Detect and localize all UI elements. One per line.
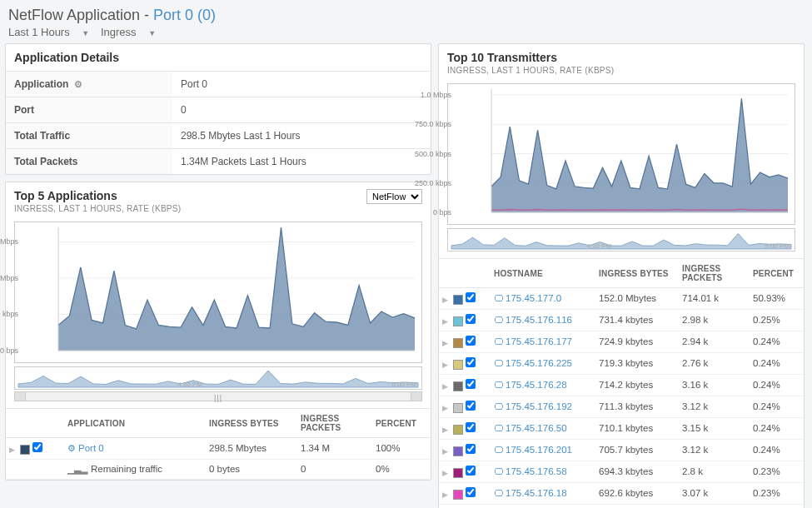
chevron-down-icon: ▼	[82, 29, 89, 37]
filter-direction[interactable]: Ingress ▼	[101, 26, 156, 38]
host-link[interactable]: 175.45.176.18	[506, 488, 567, 498]
expand-icon[interactable]: ▶	[442, 296, 451, 304]
host-icon: 🖵	[494, 358, 503, 368]
host-link[interactable]: 175.45.176.192	[506, 401, 572, 411]
table-row: ▁▃▂Remaining traffic140.1 Mbytes598.7 k4…	[439, 504, 804, 508]
panel-title: Top 5 Applications	[14, 189, 181, 202]
series-swatch	[453, 425, 463, 435]
top5-table: APPLICATIONINGRESS BYTESINGRESS PACKETSP…	[6, 408, 431, 480]
filter-time[interactable]: Last 1 Hours ▼	[8, 26, 89, 38]
top5-panel: Top 5 Applications INGRESS, LAST 1 HOURS…	[5, 182, 431, 481]
table-row: ▁▃▂Remaining traffic0 bytes00%	[6, 459, 431, 479]
table-row: ▶ 🖵175.45.177.0 152.0 Mbytes714.01 k50.9…	[439, 288, 804, 310]
table-row: ▶ 🖵175.45.176.225 719.3 kbytes2.76 k0.24…	[439, 352, 804, 374]
expand-icon[interactable]: ▶	[442, 469, 451, 477]
host-icon: 🖵	[494, 488, 503, 498]
title-prefix: NetFlow Application -	[8, 7, 153, 23]
table-row: ▶ 🖵175.45.176.18 692.6 kbytes3.07 k0.23%	[439, 482, 804, 504]
detail-label: Total Packets	[6, 149, 172, 175]
expand-icon[interactable]: ▶	[442, 426, 451, 434]
host-icon: 🖵	[494, 336, 503, 346]
chevron-down-icon: ▼	[148, 29, 156, 37]
series-swatch	[20, 445, 30, 455]
series-swatch	[453, 490, 463, 500]
bar-icon: ▁▃▂	[67, 464, 87, 474]
series-swatch	[453, 403, 463, 413]
detail-label: Application ⚙	[6, 72, 172, 97]
expand-icon[interactable]: ▶	[442, 339, 451, 347]
table-row: ▶ 🖵175.45.176.28 714.2 kbytes3.16 k0.24%	[439, 374, 804, 396]
table-row: ▶ 🖵175.45.176.50 710.1 kbytes3.15 k0.24%	[439, 417, 804, 439]
expand-icon[interactable]: ▶	[442, 491, 451, 499]
scrollbar[interactable]: |||	[14, 391, 422, 401]
detail-value: Port 0	[172, 72, 431, 97]
host-icon: 🖵	[494, 466, 503, 476]
host-icon: 🖵	[494, 445, 503, 455]
host-link[interactable]: 175.45.176.177	[506, 336, 572, 346]
detail-value: 1.34M Packets Last 1 Hours	[172, 149, 431, 175]
host-link[interactable]: 175.45.176.28	[506, 380, 567, 390]
table-row: ▶ 🖵175.45.176.116 731.4 kbytes2.98 k0.25…	[439, 309, 804, 331]
table-row: ▶ 🖵175.45.176.177 724.9 kbytes2.94 k0.24…	[439, 331, 804, 352]
host-icon: 🖵	[494, 293, 503, 303]
series-checkbox[interactable]	[466, 487, 476, 497]
panel-subtitle: INGRESS, LAST 1 HOURS, RATE (KBPS)	[447, 66, 614, 75]
host-link[interactable]: 175.45.176.116	[506, 315, 572, 325]
host-link[interactable]: 175.45.176.50	[506, 423, 567, 433]
expand-icon[interactable]: ▶	[442, 404, 451, 412]
detail-value: 0	[172, 97, 431, 123]
details-table: Application ⚙Port 0Port0Total Traffic298…	[6, 71, 431, 174]
table-row: ▶ 🖵175.45.176.201 705.7 kbytes3.12 k0.24…	[439, 439, 804, 461]
series-checkbox[interactable]	[466, 466, 476, 476]
title-link[interactable]: Port 0 (0)	[153, 7, 216, 23]
host-icon: 🖵	[494, 401, 503, 411]
top10-panel: Top 10 Transmitters INGRESS, LAST 1 HOUR…	[438, 43, 805, 508]
series-checkbox[interactable]	[32, 442, 42, 452]
series-checkbox[interactable]	[466, 422, 476, 432]
series-checkbox[interactable]	[466, 336, 476, 346]
series-checkbox[interactable]	[466, 292, 476, 302]
panel-subtitle: INGRESS, LAST 1 HOURS, RATE (KBPS)	[14, 204, 181, 213]
host-icon: 🖵	[494, 380, 503, 390]
series-swatch	[453, 295, 463, 305]
table-row: ▶ 🖵175.45.176.58 694.3 kbytes2.8 k0.23%	[439, 461, 804, 482]
series-swatch	[453, 468, 463, 478]
expand-icon[interactable]: ▶	[442, 317, 451, 326]
host-icon: 🖵	[494, 423, 503, 433]
top5-chart[interactable]: 0 bps500.0 kbps1.0 Mbps1.5 Mbps4:10 PM4:…	[14, 222, 422, 363]
series-swatch	[453, 446, 463, 456]
series-swatch	[453, 381, 463, 391]
series-swatch	[453, 360, 463, 370]
application-details-panel: Application Details Application ⚙Port 0P…	[5, 43, 431, 175]
top10-chart[interactable]: 0 bps250.0 kbps500.0 kbps750.0 kbps1.0 M…	[447, 83, 795, 225]
source-select[interactable]: NetFlow	[366, 189, 422, 204]
app-link[interactable]: Port 0	[78, 443, 104, 453]
host-link[interactable]: 175.45.177.0	[506, 293, 561, 303]
series-checkbox[interactable]	[466, 314, 476, 324]
page-header: NetFlow Application - Port 0 (0) Last 1 …	[0, 0, 812, 43]
host-icon: 🖵	[494, 315, 503, 325]
detail-value: 298.5 Mbytes Last 1 Hours	[172, 123, 431, 149]
panel-title: Top 10 Transmitters	[447, 51, 614, 64]
series-checkbox[interactable]	[466, 444, 476, 454]
series-swatch	[453, 338, 463, 348]
expand-icon[interactable]: ▶	[9, 446, 17, 454]
table-row: ▶ ⚙Port 0298.5 Mbytes1.34 M100%	[6, 438, 431, 460]
top5-overview[interactable]: 4:30 PM5:00 PM	[14, 366, 422, 390]
expand-icon[interactable]: ▶	[442, 447, 451, 456]
top10-overview[interactable]: 4:30 PM5:00 PM	[447, 228, 795, 252]
gear-icon[interactable]: ⚙	[72, 79, 85, 90]
expand-icon[interactable]: ▶	[442, 361, 451, 369]
page-title: NetFlow Application - Port 0 (0)	[8, 7, 804, 24]
host-link[interactable]: 175.45.176.58	[506, 466, 567, 476]
series-checkbox[interactable]	[466, 357, 476, 367]
panel-title: Application Details	[14, 51, 119, 64]
expand-icon[interactable]: ▶	[442, 382, 451, 391]
table-row: ▶ 🖵175.45.176.192 711.3 kbytes3.12 k0.24…	[439, 396, 804, 417]
host-link[interactable]: 175.45.176.201	[506, 445, 572, 455]
series-checkbox[interactable]	[466, 401, 476, 411]
top10-table: HOSTNAMEINGRESS BYTESINGRESS PACKETSPERC…	[439, 258, 804, 508]
host-link[interactable]: 175.45.176.225	[506, 358, 572, 368]
gear-icon: ⚙	[67, 443, 76, 453]
series-checkbox[interactable]	[466, 379, 476, 389]
